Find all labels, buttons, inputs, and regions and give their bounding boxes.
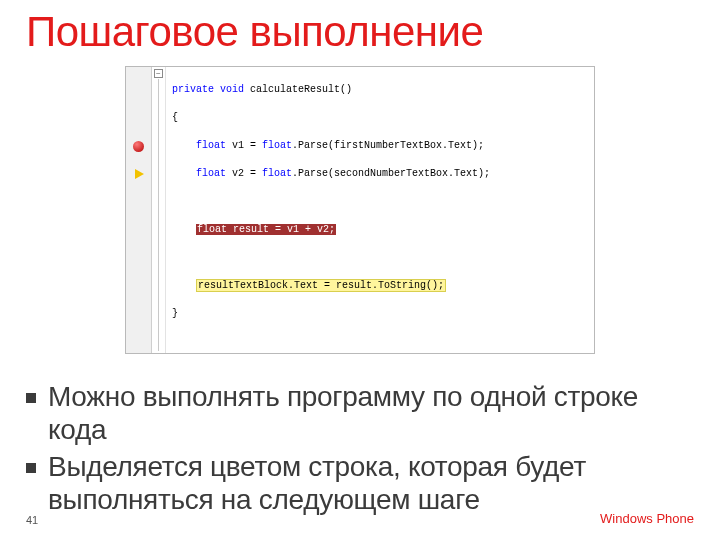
slide-title: Пошаговое выполнение [26,8,694,56]
code-token: float [196,168,226,179]
footer: 41 Windows Phone [26,511,694,526]
current-line-arrow-icon [135,169,144,179]
code-body: private void calculateResult() { float v… [166,67,594,353]
page-number: 41 [26,514,38,526]
code-token: calculateResult() [244,84,352,95]
outline-column: − [152,67,166,353]
code-token: v1 = [226,140,262,151]
code-token: private [172,84,214,95]
code-token: { [172,112,178,123]
brand-label: Windows Phone [600,511,694,526]
bullet-item: Выделяется цветом строка, которая будет … [26,450,694,516]
code-token: v2 = [226,168,262,179]
current-line: resultTextBlock.Text = result.ToString()… [196,279,446,292]
bullet-list: Можно выполнять программу по одной строк… [26,380,694,516]
breakpoint-icon [133,141,144,152]
code-token: void [220,84,244,95]
code-token: float [262,168,292,179]
breakpoint-line: float result = v1 + v2; [196,224,336,235]
code-panel: − private void calculateResult() { float… [125,66,595,354]
code-token: .Parse(secondNumberTextBox.Text); [292,168,490,179]
code-token: .Parse(firstNumberTextBox.Text); [292,140,484,151]
fold-toggle-icon: − [154,69,163,78]
code-token: float [262,140,292,151]
debug-gutter [126,67,152,353]
code-token: } [172,308,178,319]
bullet-item: Можно выполнять программу по одной строк… [26,380,694,446]
code-token: float [196,140,226,151]
